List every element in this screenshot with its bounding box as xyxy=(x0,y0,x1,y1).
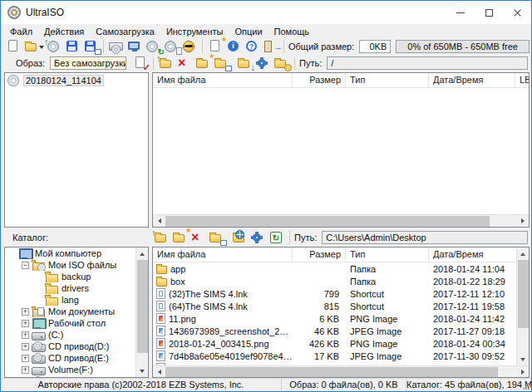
tree-icon xyxy=(32,260,45,271)
column-header-name[interactable]: Имя файла xyxy=(153,73,293,87)
menu-item[interactable]: Файл xyxy=(4,26,38,37)
scroll-right-button[interactable] xyxy=(516,365,529,378)
scroll-left-button[interactable] xyxy=(153,215,165,228)
new-folder-button[interactable] xyxy=(194,56,212,71)
tree-item[interactable]: Volume(F:) xyxy=(5,364,135,375)
tree-item[interactable]: Мой компьютер xyxy=(5,247,135,259)
delete-icon xyxy=(191,230,199,245)
scroll-left-button[interactable] xyxy=(153,365,165,378)
expander-icon[interactable] xyxy=(22,320,29,327)
vscroll-thumb[interactable] xyxy=(137,260,148,353)
menu-item[interactable]: Инструменты xyxy=(160,26,229,37)
new-image-button[interactable] xyxy=(4,39,22,54)
file-row[interactable]: boxПапка2018-01-22 18:29 xyxy=(153,275,516,287)
extract-button[interactable] xyxy=(235,56,254,71)
column-header-size[interactable]: Размер xyxy=(293,73,346,87)
local-list-vscrollbar[interactable] xyxy=(516,247,529,365)
column-header-type[interactable]: Тип xyxy=(346,73,429,87)
local-path-field[interactable]: C:\Users\Admin\Desktop xyxy=(322,231,528,244)
info-button[interactable] xyxy=(224,39,243,54)
menu-item[interactable]: Опции xyxy=(229,26,268,37)
scroll-down-button[interactable] xyxy=(517,353,530,365)
scroll-down-button[interactable] xyxy=(136,365,149,377)
main-toolbar: Общий размер: 0KB 0% of 650MB - 650MB fr… xyxy=(1,38,531,54)
verify-button[interactable] xyxy=(206,39,224,54)
tree-item[interactable]: backup xyxy=(5,271,135,282)
column-header-lba[interactable]: LBA xyxy=(515,73,529,87)
tree-item[interactable]: CD привод(G:) xyxy=(5,375,135,377)
file-row[interactable]: 7d4b8a6e05e4019ef9078e4d9e8.jpg17 KBJPEG… xyxy=(153,350,516,362)
make-image-button[interactable] xyxy=(162,39,180,54)
scroll-up-button[interactable] xyxy=(136,247,149,260)
file-row[interactable]: 1436973989_screenshot_2015-07-...46 KBJP… xyxy=(153,325,516,337)
tree-item[interactable]: CD привод(E:) xyxy=(5,352,135,364)
hscroll-thumb[interactable] xyxy=(165,216,490,227)
convert-button[interactable] xyxy=(144,39,162,54)
mount-button[interactable] xyxy=(45,39,63,54)
local-rename-button[interactable] xyxy=(207,230,225,245)
expander-icon[interactable] xyxy=(22,331,29,339)
image-list-hscrollbar[interactable] xyxy=(153,214,529,227)
column-header-type[interactable]: Тип xyxy=(346,247,429,262)
save-button[interactable] xyxy=(63,39,81,54)
image-root-item[interactable]: 20180124_114104 xyxy=(5,73,148,87)
hscroll-thumb[interactable] xyxy=(165,367,498,377)
properties-button[interactable] xyxy=(254,56,272,71)
file-icon xyxy=(156,350,165,361)
compress-iso-button[interactable] xyxy=(180,39,199,54)
burn-cd-button[interactable] xyxy=(107,39,126,54)
exit-button[interactable] xyxy=(261,39,279,54)
file-icon xyxy=(156,266,167,274)
close-button[interactable] xyxy=(503,1,531,24)
open-button[interactable] xyxy=(22,39,45,54)
local-delete-button[interactable] xyxy=(189,230,207,245)
local-tree-vscrollbar[interactable] xyxy=(135,247,148,377)
menu-item[interactable]: Помощь xyxy=(268,26,316,37)
help-button[interactable] xyxy=(243,39,261,54)
menu-item[interactable]: Действия xyxy=(38,26,90,37)
file-row[interactable]: appПапка2018-01-24 11:04 xyxy=(153,262,516,275)
column-header-date[interactable]: Дата/Время xyxy=(429,73,515,87)
save-as-button[interactable] xyxy=(81,39,100,54)
column-header-size[interactable]: Размер xyxy=(293,247,346,262)
add-files-icon xyxy=(160,60,171,68)
tree-item[interactable]: lang xyxy=(5,294,135,306)
virtual-drive-button[interactable] xyxy=(126,39,144,54)
add-files-button[interactable] xyxy=(157,56,175,71)
tree-item[interactable]: (C:) xyxy=(5,329,135,341)
column-header-name[interactable]: Имя файла xyxy=(153,247,293,262)
expander-icon[interactable] xyxy=(22,355,29,362)
resize-grip[interactable] xyxy=(523,383,530,390)
local-list-hscrollbar[interactable] xyxy=(153,365,529,377)
image-path-field[interactable]: / xyxy=(327,56,528,70)
file-row[interactable]: (64)The SIMS 4.lnk815Shortcut2017-12-11 … xyxy=(153,300,516,312)
browse-button[interactable] xyxy=(230,230,249,245)
view-button[interactable] xyxy=(272,56,290,71)
expander-icon[interactable] xyxy=(22,366,29,374)
scroll-right-button[interactable] xyxy=(516,215,529,228)
scroll-up-button[interactable] xyxy=(517,247,530,260)
open-folder-button[interactable] xyxy=(170,230,189,245)
expander-icon[interactable] xyxy=(22,343,29,350)
file-row[interactable]: 11.png6 KBPNG Image2018-01-24 11:42 xyxy=(153,312,516,325)
setup-button[interactable] xyxy=(249,230,267,245)
minimize-button[interactable] xyxy=(446,1,475,24)
file-row[interactable]: (32)The SIMS 4.lnk799Shortcut2017-12-11 … xyxy=(153,287,516,300)
tree-item[interactable]: Мои ISO файлы xyxy=(5,259,135,271)
tree-item[interactable]: drivers xyxy=(5,282,135,294)
rename-button[interactable] xyxy=(212,56,230,71)
add-to-image-button[interactable] xyxy=(152,230,170,245)
menu-item[interactable]: Самозагрузка xyxy=(90,26,160,37)
column-header-date[interactable]: Дата/Время xyxy=(429,247,516,262)
refresh-button[interactable] xyxy=(267,230,285,245)
delete-button[interactable] xyxy=(175,56,194,71)
tree-item[interactable]: Мои документы xyxy=(5,306,135,317)
tree-item[interactable]: Рабочий стол xyxy=(5,317,135,329)
expander-icon[interactable] xyxy=(22,308,29,316)
file-row[interactable]: 2018-01-24_003415.png426 KBPNG Image2018… xyxy=(153,337,516,350)
maximize-button[interactable] xyxy=(475,1,503,24)
expander-icon[interactable] xyxy=(22,262,29,269)
tree-item[interactable]: CD привод(D:) xyxy=(5,341,135,352)
vscroll-thumb[interactable] xyxy=(518,260,529,328)
boot-check-button[interactable] xyxy=(131,56,150,71)
